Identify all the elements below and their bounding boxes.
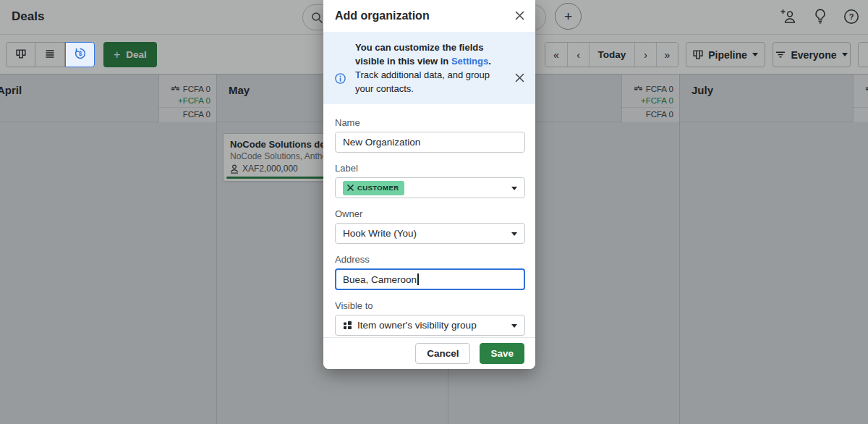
view-forecast-button[interactable]: $: [65, 42, 95, 67]
forecast-currency-icon: $: [75, 48, 86, 62]
chevron-down-icon: [511, 324, 517, 328]
add-organization-modal: Add organization You can customize the f…: [323, 0, 535, 369]
banner-body-text: Track additional data, and group your co…: [355, 69, 490, 94]
chevron-down-icon: [511, 187, 517, 190]
modal-title: Add organization: [335, 9, 430, 22]
visibility-group-icon: [343, 321, 352, 330]
label-label: Label: [335, 163, 525, 174]
close-icon: [515, 11, 524, 20]
banner-text: You can customize the fields visible in …: [355, 41, 500, 96]
name-input[interactable]: [335, 132, 525, 153]
owner-value: Hook Write (You): [343, 228, 417, 239]
svg-text:$: $: [78, 50, 82, 57]
settings-link[interactable]: Settings: [451, 56, 488, 67]
visible-to-label: Visible to: [335, 300, 525, 312]
banner-bold-suffix: .: [488, 56, 491, 67]
modal-close-button[interactable]: [509, 5, 529, 25]
chip-remove-button[interactable]: [347, 185, 354, 191]
owner-label: Owner: [335, 208, 525, 220]
close-icon: [515, 73, 524, 82]
cancel-button[interactable]: Cancel: [415, 343, 470, 364]
label-select[interactable]: CUSTOMER: [335, 177, 525, 198]
address-value: Buea, Cameroon: [343, 274, 417, 285]
organization-form: Name Label CUSTOMER Owner Hook Write (Yo…: [335, 104, 525, 346]
chip-text: CUSTOMER: [357, 184, 399, 192]
modal-header: Add organization: [323, 0, 535, 32]
text-cursor: [417, 274, 419, 285]
address-label: Address: [335, 254, 525, 266]
info-icon: [335, 73, 346, 87]
visible-to-select[interactable]: Item owner's visibility group: [335, 315, 525, 336]
banner-close-button[interactable]: [509, 67, 529, 88]
visible-to-value: Item owner's visibility group: [357, 320, 477, 331]
address-input[interactable]: Buea, Cameroon: [335, 268, 525, 290]
owner-select[interactable]: Hook Write (You): [335, 223, 525, 244]
save-button[interactable]: Save: [480, 343, 524, 364]
label-chip: CUSTOMER: [343, 181, 404, 195]
name-label: Name: [335, 117, 525, 129]
customize-fields-banner: You can customize the fields visible in …: [323, 32, 535, 104]
chevron-down-icon: [511, 232, 517, 236]
modal-footer: Cancel Save: [323, 337, 535, 369]
